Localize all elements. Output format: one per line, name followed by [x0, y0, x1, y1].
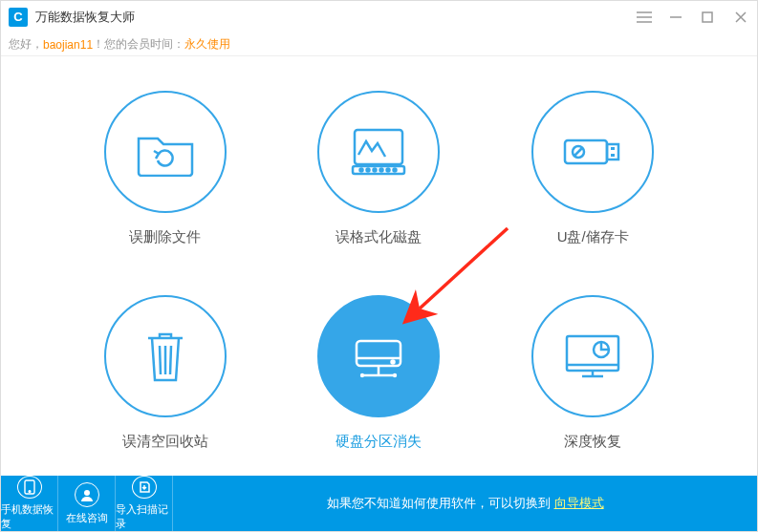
bottom-btn-label: 在线咨询: [66, 511, 108, 525]
option-formatted-disk[interactable]: 误格式化磁盘: [317, 91, 440, 246]
minimize-button[interactable]: [669, 11, 684, 24]
folder-recycle-icon: [104, 91, 227, 213]
hint-area: 如果您不知道如何使用软件，可以切换到 向导模式: [173, 495, 757, 512]
title-bar: C 万能数据恢复大师: [1, 1, 757, 33]
svg-point-33: [29, 491, 31, 493]
svg-line-16: [160, 346, 161, 374]
bottom-btn-label: 导入扫描记录: [116, 502, 172, 531]
option-deleted-files[interactable]: 误删除文件: [104, 91, 227, 246]
maximize-button[interactable]: [702, 11, 717, 23]
svg-rect-9: [565, 140, 607, 163]
svg-point-3: [360, 168, 363, 171]
window-controls: [637, 11, 749, 24]
svg-rect-11: [611, 147, 615, 150]
svg-point-21: [392, 361, 395, 364]
bottom-btn-label: 手机数据恢复: [1, 502, 57, 531]
greeting-forever: 永久使用: [184, 36, 230, 53]
svg-rect-12: [611, 154, 615, 157]
usb-icon: [531, 91, 654, 213]
greeting-hello: 您好，: [9, 36, 43, 53]
option-deep-recovery[interactable]: 深度恢复: [531, 295, 654, 451]
support-icon: [75, 482, 99, 507]
import-scan-button[interactable]: 导入扫描记录: [116, 476, 173, 531]
svg-rect-10: [607, 144, 618, 160]
greeting-bar: 您好， baojian11 ！您的会员时间： 永久使用: [1, 33, 757, 56]
online-support-button[interactable]: 在线咨询: [58, 476, 116, 531]
trash-icon: [104, 295, 227, 417]
svg-point-8: [394, 168, 397, 171]
svg-point-25: [393, 373, 397, 377]
import-icon: [132, 476, 157, 499]
monitor-scan-icon: [531, 295, 654, 417]
greeting-member-text: ！您的会员时间：: [93, 36, 184, 53]
recovery-options-grid: 误删除文件 误格式化磁盘: [1, 56, 757, 476]
svg-point-6: [380, 168, 383, 171]
option-label: 误格式化磁盘: [336, 228, 422, 246]
svg-point-5: [374, 168, 377, 171]
svg-line-18: [170, 346, 171, 374]
svg-rect-0: [703, 12, 712, 22]
option-usb-card[interactable]: U盘/储存卡: [531, 91, 654, 246]
hard-drive-icon: [317, 295, 440, 417]
option-label: 深度恢复: [564, 433, 621, 451]
close-button[interactable]: [734, 11, 749, 24]
option-label: 误删除文件: [129, 228, 201, 246]
svg-point-7: [387, 168, 390, 171]
greeting-username: baojian11: [43, 38, 93, 52]
phone-icon: [17, 476, 42, 499]
menu-button[interactable]: [637, 11, 652, 23]
disk-wave-icon: [317, 91, 440, 213]
hint-text: 如果您不知道如何使用软件，可以切换到: [327, 495, 551, 512]
bottom-bar: 手机数据恢复 在线咨询 导入扫描记录 如果您不知道如何使用软件，可以切换到 向导…: [1, 476, 757, 531]
svg-point-24: [360, 373, 364, 377]
svg-point-15: [579, 149, 581, 151]
option-label: U盘/储存卡: [557, 228, 629, 246]
option-label: 硬盘分区消失: [336, 433, 422, 451]
app-icon: C: [9, 8, 28, 27]
wizard-mode-link[interactable]: 向导模式: [554, 495, 604, 512]
option-label: 误清空回收站: [122, 433, 208, 451]
phone-recovery-button[interactable]: 手机数据恢复: [1, 476, 58, 531]
app-title: 万能数据恢复大师: [35, 9, 637, 26]
svg-point-34: [84, 490, 90, 496]
svg-point-4: [367, 168, 370, 171]
option-recycle-bin[interactable]: 误清空回收站: [104, 295, 227, 451]
option-partition-lost[interactable]: 硬盘分区消失: [317, 295, 440, 451]
